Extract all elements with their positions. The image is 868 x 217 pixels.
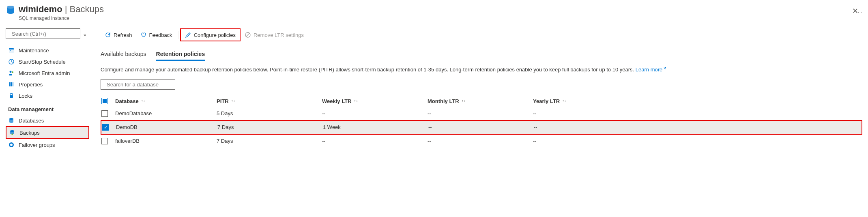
- sidebar-label: Start/Stop Schedule: [19, 59, 66, 65]
- toolbar: Refresh Feedback Configure policies Remo…: [101, 28, 862, 44]
- cell-monthly: --: [428, 110, 533, 117]
- cell-yearly: --: [534, 124, 862, 131]
- cell-monthly: --: [428, 124, 534, 131]
- calendar-icon: [8, 47, 15, 54]
- sort-icon: ↑↓: [462, 99, 466, 103]
- properties-icon: [8, 81, 15, 88]
- row-checkbox[interactable]: ✓: [102, 124, 109, 131]
- tab-retention-policies[interactable]: Retention policies: [156, 48, 205, 61]
- sidebar-item-entra-admin[interactable]: Microsoft Entra admin: [6, 67, 89, 79]
- lock-icon: [8, 92, 15, 99]
- cell-pitr: 5 Days: [217, 110, 322, 117]
- sidebar-label: Locks: [19, 93, 32, 99]
- learn-more-link[interactable]: Learn more: [636, 67, 666, 73]
- backup-icon: [9, 129, 15, 136]
- tabs: Available backups Retention policies: [101, 48, 862, 61]
- sidebar-item-failover-groups[interactable]: Failover groups: [6, 139, 89, 150]
- cell-yearly: --: [533, 110, 862, 117]
- pencil-icon: [185, 32, 191, 38]
- svg-point-8: [12, 71, 13, 73]
- sidebar-item-maintenance[interactable]: Maintenance: [6, 45, 89, 56]
- sidebar-label: Properties: [19, 82, 43, 88]
- database-search-input[interactable]: [107, 82, 175, 88]
- column-monthly[interactable]: Monthly LTR ↑↓: [428, 98, 533, 104]
- configure-policies-button[interactable]: Configure policies: [180, 28, 241, 41]
- table-row[interactable]: DemoDatabase 5 Days -- -- --: [101, 107, 862, 120]
- column-yearly[interactable]: Yearly LTR ↑↓: [533, 98, 862, 104]
- sidebar-label: Microsoft Entra admin: [19, 70, 70, 76]
- refresh-button[interactable]: Refresh: [101, 29, 136, 41]
- sidebar-item-schedule[interactable]: Start/Stop Schedule: [6, 56, 89, 67]
- database-search[interactable]: [101, 79, 175, 90]
- sidebar-label: Failover groups: [19, 142, 55, 148]
- user-admin-icon: [8, 70, 15, 76]
- row-checkbox[interactable]: [101, 110, 108, 117]
- database-icon: [8, 117, 15, 124]
- svg-rect-4: [9, 49, 14, 53]
- svg-point-0: [7, 6, 14, 9]
- sidebar-item-databases[interactable]: Databases: [6, 115, 89, 126]
- svg-rect-11: [13, 82, 13, 86]
- cell-weekly: 1 Week: [323, 124, 428, 131]
- cell-database: DemoDB: [116, 124, 217, 131]
- sidebar-item-locks[interactable]: Locks: [6, 90, 89, 101]
- sql-instance-icon: [6, 5, 15, 15]
- cell-database: DemoDatabase: [115, 110, 217, 117]
- cell-pitr: 7 Days: [217, 124, 323, 131]
- retention-table: Database ↑↓ PITR ↑↓ Weekly LTR ↑↓ Monthl…: [101, 95, 862, 148]
- sidebar-label: Backups: [19, 130, 40, 136]
- svg-rect-12: [10, 95, 13, 98]
- cell-yearly: --: [533, 138, 862, 144]
- cell-monthly: --: [428, 138, 533, 144]
- toolbar-divider: [178, 31, 178, 39]
- select-all-checkbox[interactable]: [101, 98, 108, 104]
- sidebar-item-properties[interactable]: Properties: [6, 79, 89, 90]
- failover-icon: [8, 142, 15, 148]
- refresh-icon: [105, 32, 111, 38]
- sidebar-section-data-management: Data management: [6, 101, 93, 115]
- svg-point-16: [10, 144, 13, 146]
- collapse-sidebar-button[interactable]: «: [84, 30, 86, 37]
- sort-icon: ↑↓: [231, 99, 235, 103]
- svg-rect-9: [9, 82, 11, 86]
- tab-available-backups[interactable]: Available backups: [101, 48, 146, 61]
- sidebar-search[interactable]: [6, 28, 80, 39]
- svg-line-18: [246, 33, 249, 37]
- sidebar-label: Databases: [19, 118, 44, 124]
- external-link-icon: [662, 67, 666, 71]
- svg-rect-5: [10, 50, 11, 51]
- table-row[interactable]: ✓ DemoDB 7 Days 1 Week -- --: [101, 120, 862, 135]
- prohibit-icon: [245, 32, 251, 38]
- cell-pitr: 7 Days: [217, 138, 322, 144]
- column-weekly[interactable]: Weekly LTR ↑↓: [322, 98, 428, 104]
- sidebar-search-input[interactable]: [12, 31, 80, 37]
- column-database[interactable]: Database ↑↓: [115, 98, 217, 104]
- sort-icon: ↑↓: [141, 99, 145, 103]
- cell-database: failoverDB: [115, 138, 217, 144]
- table-header: Database ↑↓ PITR ↑↓ Weekly LTR ↑↓ Monthl…: [101, 95, 862, 107]
- sidebar-label: Maintenance: [19, 47, 49, 54]
- row-checkbox[interactable]: [101, 138, 108, 144]
- description-text: Configure and manage your automated back…: [101, 67, 862, 73]
- feedback-button[interactable]: Feedback: [136, 29, 176, 41]
- svg-point-7: [10, 71, 12, 73]
- svg-rect-10: [11, 82, 12, 86]
- heart-icon: [140, 32, 147, 38]
- clock-icon: [8, 58, 15, 65]
- sort-icon: ↑↓: [562, 99, 566, 103]
- column-pitr[interactable]: PITR ↑↓: [217, 98, 322, 104]
- sort-icon: ↑↓: [354, 99, 358, 103]
- cell-weekly: --: [322, 138, 428, 144]
- remove-ltr-button: Remove LTR settings: [241, 29, 308, 41]
- sidebar-item-backups[interactable]: Backups: [6, 126, 89, 139]
- cell-weekly: --: [322, 110, 428, 117]
- table-row[interactable]: failoverDB 7 Days -- -- --: [101, 135, 862, 148]
